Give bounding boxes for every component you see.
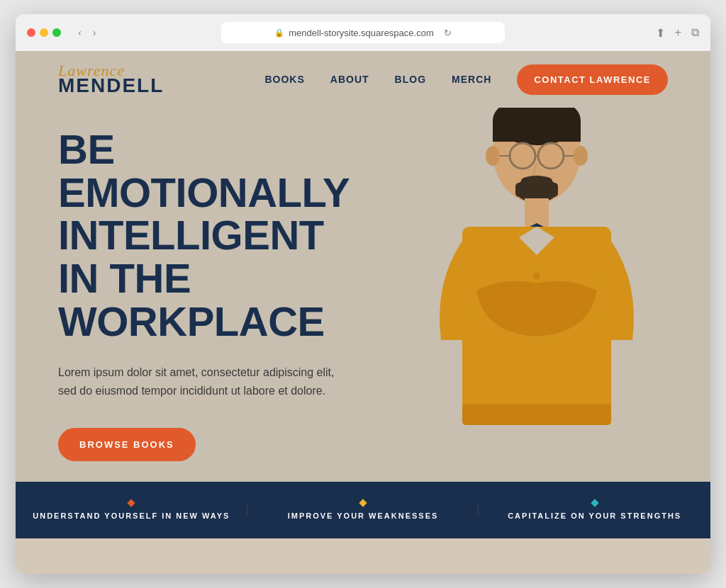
nav-about[interactable]: ABOUT — [330, 74, 369, 85]
website-content: Lawrence MENDELL BOOKS ABOUT BLOG MERCH … — [16, 51, 710, 574]
svg-point-10 — [521, 176, 552, 186]
diamond-icon-2 — [359, 499, 367, 507]
share-button[interactable]: ⬆ — [656, 26, 665, 40]
url-text: mendell-storysite.squarespace.com — [289, 28, 433, 38]
feature-text-1: UNDERSTAND YOURSELF IN NEW WAYS — [33, 511, 230, 520]
feature-text-3: CAPITALIZE ON YOUR STRENGTHS — [508, 511, 681, 520]
reload-icon[interactable]: ↻ — [444, 28, 452, 38]
svg-point-11 — [486, 146, 500, 166]
hero-title: BE EMOTIONALLY INTELLIGENT IN THE WORKPL… — [58, 128, 342, 344]
traffic-lights — [27, 28, 61, 37]
logo[interactable]: Lawrence MENDELL — [58, 63, 164, 96]
feature-item-3[interactable]: CAPITALIZE ON YOUR STRENGTHS — [479, 500, 710, 520]
svg-point-18 — [534, 295, 540, 300]
new-tab-button[interactable]: + — [675, 26, 681, 39]
feature-item-2[interactable]: IMPROVE YOUR WEAKNESSES — [247, 500, 479, 520]
nav-merch[interactable]: MERCH — [452, 74, 491, 85]
svg-point-12 — [574, 146, 588, 166]
svg-point-17 — [533, 273, 540, 280]
hero-section: BE EMOTIONALLY INTELLIGENT IN THE WORKPL… — [16, 108, 710, 482]
windows-button[interactable]: ⧉ — [691, 26, 699, 39]
svg-rect-2 — [493, 120, 581, 142]
site-nav: BOOKS ABOUT BLOG MERCH CONTACT LAWRENCE — [264, 64, 668, 95]
feature-item-1[interactable]: UNDERSTAND YOURSELF IN NEW WAYS — [16, 500, 247, 520]
site-header: Lawrence MENDELL BOOKS ABOUT BLOG MERCH … — [16, 51, 710, 108]
close-button[interactable] — [27, 28, 35, 37]
browse-books-button[interactable]: BROWSE BOOKS — [58, 428, 196, 461]
address-bar[interactable]: 🔒 mendell-storysite.squarespace.com ↻ — [221, 22, 505, 43]
back-button[interactable]: ‹ — [75, 26, 84, 40]
contact-cta-button[interactable]: CONTACT LAWRENCE — [517, 64, 668, 95]
minimize-button[interactable] — [40, 28, 48, 37]
hero-person-image — [370, 108, 710, 482]
logo-main: MENDELL — [58, 76, 164, 96]
nav-blog[interactable]: BLOG — [395, 74, 426, 85]
bottom-section — [16, 538, 710, 574]
fullscreen-button[interactable] — [52, 28, 61, 37]
hero-subtitle: Lorem ipsum dolor sit amet, consectetur … — [58, 363, 342, 400]
navigation-controls: ‹ › — [75, 26, 99, 40]
browser-window: ‹ › 🔒 mendell-storysite.squarespace.com … — [16, 14, 710, 574]
diamond-icon-3 — [591, 499, 598, 507]
feature-bar: UNDERSTAND YOURSELF IN NEW WAYS IMPROVE … — [16, 482, 710, 538]
feature-text-2: IMPROVE YOUR WEAKNESSES — [288, 511, 439, 520]
hero-content: BE EMOTIONALLY INTELLIGENT IN THE WORKPL… — [16, 108, 384, 482]
nav-books[interactable]: BOOKS — [264, 74, 304, 85]
lock-icon: 🔒 — [274, 28, 284, 38]
diamond-icon-1 — [128, 499, 135, 507]
browser-toolbar: ‹ › 🔒 mendell-storysite.squarespace.com … — [16, 14, 710, 51]
forward-button[interactable]: › — [90, 26, 99, 40]
svg-rect-13 — [525, 198, 549, 227]
svg-rect-19 — [462, 404, 611, 425]
